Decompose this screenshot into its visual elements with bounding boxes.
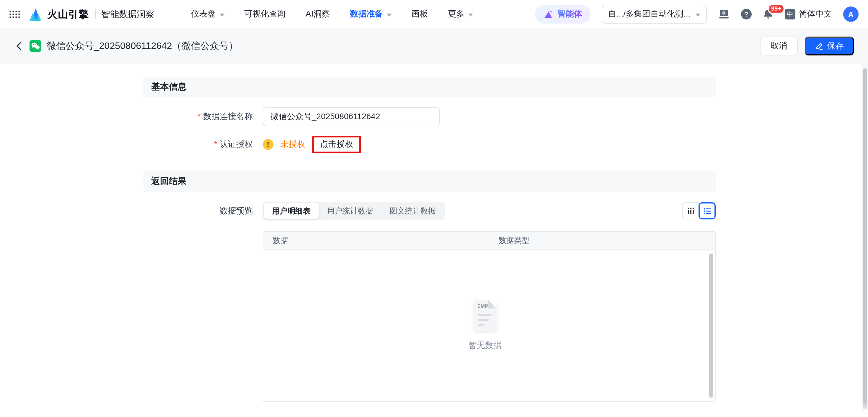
connection-name-label: *数据连接名称: [144, 111, 253, 122]
console-icon: [718, 8, 730, 20]
avatar[interactable]: A: [843, 6, 859, 22]
section-basic-info: 基本信息: [144, 77, 716, 97]
cancel-button[interactable]: 取消: [760, 37, 798, 56]
tab-article-stats[interactable]: 图文统计数据: [381, 203, 444, 219]
table-scrollbar-track: [709, 252, 713, 399]
chevron-down-icon: [387, 13, 392, 16]
app-root: 火山引擎 智能数据洞察 仪表盘 可视化查询 AI洞察 数据准备 画板 更多: [0, 0, 868, 417]
page-header: 微信公众号_20250806112642（微信公众号） 取消 保存: [0, 28, 868, 64]
folded-corner: [488, 300, 496, 309]
workspace-selector-value: 自.../多集团自动化测...: [608, 9, 695, 20]
empty-document-icon: EMPTY: [474, 300, 496, 331]
page-scrollbar-thumb[interactable]: [863, 68, 867, 409]
brand-divider: [95, 9, 95, 20]
preview-tabs: 用户明细表 用户统计数据 图文统计数据: [263, 202, 445, 220]
auth-label: *认证授权: [144, 139, 253, 150]
wechat-icon: [30, 40, 41, 52]
agent-sparkle-icon: [543, 9, 553, 19]
auth-row: *认证授权 ! 未授权 点击授权: [144, 136, 716, 153]
brand[interactable]: 火山引擎: [28, 7, 89, 22]
data-preview-row: 数据预览 用户明细表 用户统计数据 图文统计数据: [144, 202, 716, 220]
empty-state-text: 暂无数据: [469, 340, 502, 351]
nav-more[interactable]: 更多: [448, 9, 473, 20]
nav-dashboard[interactable]: 仪表盘: [191, 9, 224, 20]
required-asterisk: *: [214, 139, 217, 149]
chevron-down-icon: [695, 13, 700, 16]
chevron-down-icon: [468, 13, 473, 16]
section-result: 返回结果: [144, 171, 716, 192]
required-asterisk: *: [197, 111, 201, 121]
help-button[interactable]: ?: [741, 9, 752, 20]
page-title: 微信公众号_20250806112642（微信公众号）: [46, 40, 238, 52]
back-button[interactable]: [14, 41, 24, 51]
main-nav: 仪表盘 可视化查询 AI洞察 数据准备 画板 更多: [191, 9, 473, 20]
volcengine-logo-icon: [28, 7, 43, 22]
edit-pencil-icon: [815, 42, 824, 50]
authorize-button[interactable]: 点击授权: [314, 137, 359, 151]
table-body: EMPTY 暂无数据: [264, 250, 715, 401]
notifications-button[interactable]: 99+: [763, 9, 774, 20]
column-view-toggle[interactable]: [682, 202, 699, 219]
column-header-data: 数据: [264, 235, 489, 246]
brand-name: 火山引擎: [48, 7, 89, 21]
nav-visual-query[interactable]: 可视化查询: [244, 9, 285, 20]
bottom-fade-overlay: [0, 402, 868, 417]
language-switcher[interactable]: 中 简体中文: [785, 9, 832, 20]
language-label: 简体中文: [799, 9, 832, 20]
list-view-toggle[interactable]: [699, 202, 716, 219]
empty-state: EMPTY 暂无数据: [264, 250, 707, 401]
help-icon: ?: [741, 9, 752, 20]
view-toggles: [682, 202, 716, 219]
tab-user-detail[interactable]: 用户明细表: [264, 203, 319, 219]
nav-ai-insight[interactable]: AI洞察: [306, 9, 330, 20]
notification-badge: 99+: [768, 4, 785, 14]
topbar: 火山引擎 智能数据洞察 仪表盘 可视化查询 AI洞察 数据准备 画板 更多: [0, 0, 868, 28]
agent-button-label: 智能体: [557, 9, 582, 20]
table-scrollbar-thumb[interactable]: [709, 254, 713, 397]
connection-name-row: *数据连接名称: [144, 107, 716, 126]
click-highlight-annotation: 点击授权: [312, 136, 361, 153]
data-preview-label: 数据预览: [144, 206, 253, 216]
tab-user-stats[interactable]: 用户统计数据: [319, 203, 381, 219]
agent-button[interactable]: 智能体: [535, 5, 590, 24]
connection-name-input[interactable]: [263, 107, 440, 126]
language-icon: 中: [785, 9, 795, 20]
column-header-data-type: 数据类型: [489, 235, 715, 246]
column-view-icon: [686, 206, 695, 216]
main-content: 基本信息 *数据连接名称 *认证授权 ! 未授权 点击授权: [0, 77, 868, 402]
nav-canvas[interactable]: 画板: [411, 9, 428, 20]
save-button[interactable]: 保存: [805, 37, 854, 56]
table-header-row: 数据 数据类型: [264, 232, 715, 250]
app-grid-icon[interactable]: [9, 10, 20, 18]
list-view-icon: [702, 206, 712, 216]
console-button[interactable]: [718, 8, 730, 20]
warning-icon: !: [263, 139, 273, 150]
auth-status-text: 未授权: [280, 139, 305, 150]
chevron-down-icon: [219, 13, 224, 16]
preview-table: 数据 数据类型 EMPTY 暂无数据: [263, 231, 716, 402]
topbar-right: 智能体 自.../多集团自动化测...: [535, 5, 859, 24]
nav-data-preparation[interactable]: 数据准备: [350, 9, 392, 20]
workspace-selector[interactable]: 自.../多集团自动化测...: [602, 5, 707, 24]
product-name: 智能数据洞察: [101, 8, 154, 20]
